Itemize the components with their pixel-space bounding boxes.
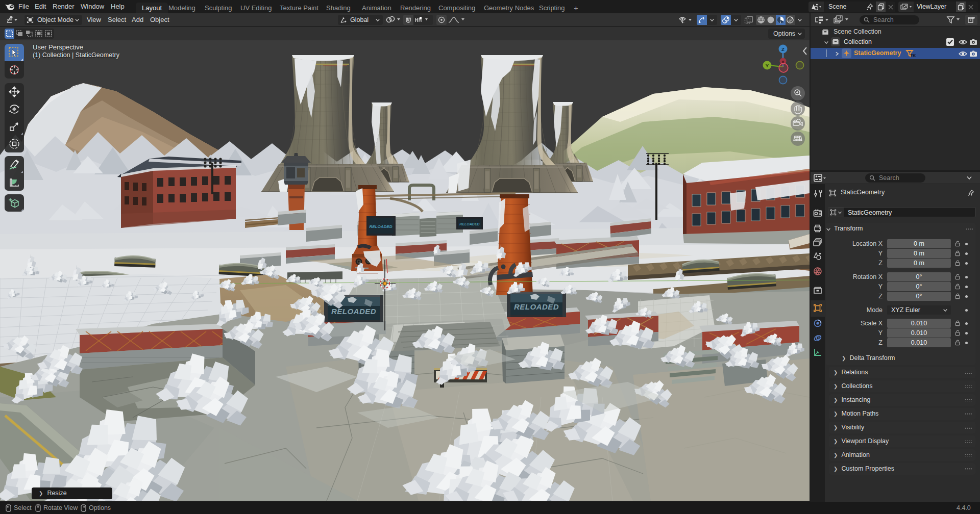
svg-text:RELOADED: RELOADED (514, 302, 559, 311)
svg-text:RELOADED: RELOADED (370, 224, 393, 229)
svg-text:Z: Z (781, 46, 785, 52)
svg-text:RELOADED: RELOADED (459, 222, 479, 226)
svg-text:RELOADED: RELOADED (331, 307, 376, 316)
svg-text:Y: Y (766, 63, 769, 68)
svg-text:7K: 7K (910, 53, 916, 58)
